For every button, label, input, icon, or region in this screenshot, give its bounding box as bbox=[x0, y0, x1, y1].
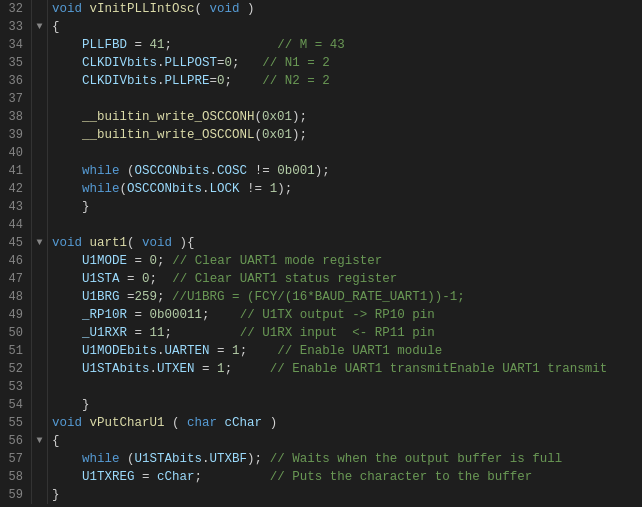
fold-47 bbox=[32, 270, 47, 288]
fold-44 bbox=[32, 216, 47, 234]
code-line-35: CLKDIVbits.PLLPOST=0; // N1 = 2 bbox=[48, 54, 642, 72]
ln-54: 54 bbox=[8, 396, 23, 414]
code-line-50: _U1RXR = 11; // U1RX input <- RP11 pin bbox=[48, 324, 642, 342]
code-line-58: U1TXREG = cChar; // Puts the character t… bbox=[48, 468, 642, 486]
code-line-46: U1MODE = 0; // Clear UART1 mode register bbox=[48, 252, 642, 270]
ln-41: 41 bbox=[8, 162, 23, 180]
fold-57 bbox=[32, 450, 47, 468]
ln-32: 32 bbox=[8, 0, 23, 18]
ln-38: 38 bbox=[8, 108, 23, 126]
ln-42: 42 bbox=[8, 180, 23, 198]
fold-41 bbox=[32, 162, 47, 180]
code-line-39: __builtin_write_OSCCONL(0x01); bbox=[48, 126, 642, 144]
fold-32 bbox=[32, 0, 47, 18]
fold-40 bbox=[32, 144, 47, 162]
ln-47: 47 bbox=[8, 270, 23, 288]
ln-59: 59 bbox=[8, 486, 23, 504]
fold-35 bbox=[32, 54, 47, 72]
code-line-57: while (U1STAbits.UTXBF); // Waits when t… bbox=[48, 450, 642, 468]
ln-44: 44 bbox=[8, 216, 23, 234]
ln-58: 58 bbox=[8, 468, 23, 486]
fold-36 bbox=[32, 72, 47, 90]
ln-40: 40 bbox=[8, 144, 23, 162]
ln-49: 49 bbox=[8, 306, 23, 324]
ln-34: 34 bbox=[8, 36, 23, 54]
fold-46 bbox=[32, 252, 47, 270]
fold-42 bbox=[32, 180, 47, 198]
fold-58 bbox=[32, 468, 47, 486]
fold-37 bbox=[32, 90, 47, 108]
code-line-52: U1STAbits.UTXEN = 1; // Enable UART1 tra… bbox=[48, 360, 642, 378]
fold-38 bbox=[32, 108, 47, 126]
code-editor: 32 33 34 35 36 37 38 39 40 41 42 43 44 4… bbox=[0, 0, 642, 504]
code-line-36: CLKDIVbits.PLLPRE=0; // N2 = 2 bbox=[48, 72, 642, 90]
code-line-51: U1MODEbits.UARTEN = 1; // Enable UART1 m… bbox=[48, 342, 642, 360]
code-line-48: U1BRG =259; //U1BRG = (FCY/(16*BAUD_RATE… bbox=[48, 288, 642, 306]
code-line-47: U1STA = 0; // Clear UART1 status registe… bbox=[48, 270, 642, 288]
ln-52: 52 bbox=[8, 360, 23, 378]
fold-50 bbox=[32, 324, 47, 342]
code-line-37 bbox=[48, 90, 642, 108]
fold-gutter: ▼ ▼ ▼ bbox=[32, 0, 48, 504]
ln-39: 39 bbox=[8, 126, 23, 144]
fold-53 bbox=[32, 378, 47, 396]
code-line-41: while (OSCCONbits.COSC != 0b001); bbox=[48, 162, 642, 180]
fold-48 bbox=[32, 288, 47, 306]
code-line-55: void vPutCharU1 ( char cChar ) bbox=[48, 414, 642, 432]
fold-45[interactable]: ▼ bbox=[32, 234, 47, 252]
ln-48: 48 bbox=[8, 288, 23, 306]
ln-37: 37 bbox=[8, 90, 23, 108]
code-line-59: } bbox=[48, 486, 642, 504]
ln-33: 33 bbox=[8, 18, 23, 36]
code-content: void vInitPLLIntOsc( void ) { PLLFBD = 4… bbox=[48, 0, 642, 504]
code-line-33: { bbox=[48, 18, 642, 36]
ln-53: 53 bbox=[8, 378, 23, 396]
code-line-42: while(OSCCONbits.LOCK != 1); bbox=[48, 180, 642, 198]
fold-39 bbox=[32, 126, 47, 144]
code-line-43: } bbox=[48, 198, 642, 216]
ln-57: 57 bbox=[8, 450, 23, 468]
ln-45: 45 bbox=[8, 234, 23, 252]
ln-43: 43 bbox=[8, 198, 23, 216]
code-line-38: __builtin_write_OSCCONH(0x01); bbox=[48, 108, 642, 126]
fold-43 bbox=[32, 198, 47, 216]
fold-55 bbox=[32, 414, 47, 432]
ln-35: 35 bbox=[8, 54, 23, 72]
line-number-gutter: 32 33 34 35 36 37 38 39 40 41 42 43 44 4… bbox=[0, 0, 32, 504]
ln-51: 51 bbox=[8, 342, 23, 360]
fold-52 bbox=[32, 360, 47, 378]
ln-36: 36 bbox=[8, 72, 23, 90]
code-line-45: void uart1( void ){ bbox=[48, 234, 642, 252]
code-line-54: } bbox=[48, 396, 642, 414]
code-line-34: PLLFBD = 41; // M = 43 bbox=[48, 36, 642, 54]
code-line-53 bbox=[48, 378, 642, 396]
ln-55: 55 bbox=[8, 414, 23, 432]
fold-59 bbox=[32, 486, 47, 504]
ln-50: 50 bbox=[8, 324, 23, 342]
code-line-56: { bbox=[48, 432, 642, 450]
ln-56: 56 bbox=[8, 432, 23, 450]
fold-56[interactable]: ▼ bbox=[32, 432, 47, 450]
code-line-49: _RP10R = 0b00011; // U1TX output -> RP10… bbox=[48, 306, 642, 324]
code-line-40 bbox=[48, 144, 642, 162]
fold-54 bbox=[32, 396, 47, 414]
fold-51 bbox=[32, 342, 47, 360]
code-line-32: void vInitPLLIntOsc( void ) bbox=[48, 0, 642, 18]
ln-46: 46 bbox=[8, 252, 23, 270]
fold-34 bbox=[32, 36, 47, 54]
code-line-44 bbox=[48, 216, 642, 234]
fold-49 bbox=[32, 306, 47, 324]
fold-33[interactable]: ▼ bbox=[32, 18, 47, 36]
